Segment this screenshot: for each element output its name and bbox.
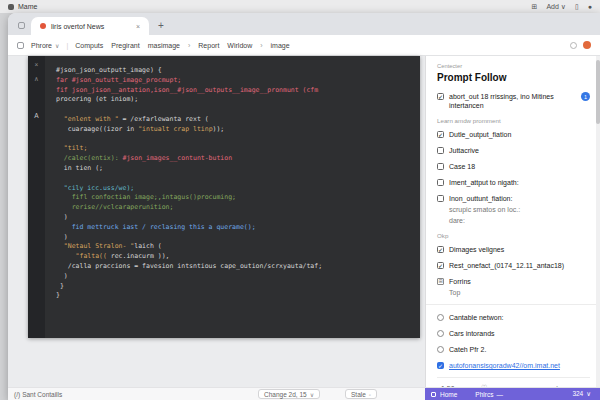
sidebar-radio-item[interactable]: Cateh Pfr 2. bbox=[437, 345, 590, 354]
sidebar-radio-item[interactable]: Cantable netwon: bbox=[437, 313, 590, 322]
letter-a-badge[interactable]: A bbox=[34, 112, 38, 119]
workspace-menu-label: Phrore bbox=[31, 42, 52, 49]
code-line: "Netaul Stralon- "laich ( bbox=[56, 242, 414, 252]
grid-icon[interactable]: ⊞ bbox=[437, 278, 444, 285]
menubar-status-icons: ⊞Add ∨▯● bbox=[532, 3, 593, 11]
panel-toggle-icon[interactable] bbox=[17, 42, 24, 49]
checkbox-icon[interactable]: ✓ bbox=[437, 131, 444, 138]
breadcrumb: ComputsPregirantmasimage›ReportWirldow›i… bbox=[75, 42, 289, 49]
sidebar-option-item[interactable]: ✓Rest_onefact_(0174_12.11_antac18) bbox=[437, 261, 590, 270]
sidebar-option-item[interactable]: Case 18 bbox=[437, 162, 590, 171]
checkbox-icon[interactable]: ✓ bbox=[437, 246, 444, 253]
option-subtext: scrupic smatos on loc.: bbox=[449, 205, 590, 214]
code-token: cuaraage((izor in bbox=[56, 125, 138, 133]
checkbox-icon[interactable] bbox=[437, 147, 444, 154]
chevron-up-icon[interactable]: ∧ bbox=[34, 75, 39, 83]
option-label: Case 18 bbox=[449, 162, 475, 171]
circle-icon[interactable] bbox=[437, 314, 444, 321]
sidebar-option-item[interactable]: Inon_outtunt_fiation: bbox=[437, 194, 590, 203]
code-token: "tilt; bbox=[56, 144, 87, 152]
chevron-down-icon: ∨ bbox=[310, 391, 314, 398]
code-area[interactable]: #json_json_outputt_image) {far #json_out… bbox=[45, 56, 420, 338]
code-token: #json_images__contunt-bution bbox=[123, 154, 233, 162]
apps-grid-icon[interactable]: ⊞ bbox=[532, 3, 538, 11]
tab-favicon bbox=[40, 23, 46, 29]
sidebar-option-item[interactable]: Iment_attput to nigath: bbox=[437, 178, 590, 187]
breadcrumb-item[interactable]: Computs bbox=[75, 42, 103, 49]
add-menu-item[interactable]: Add ∨ bbox=[546, 3, 566, 11]
option-label: Dimages velignes bbox=[449, 245, 504, 254]
scrollbar-thumb[interactable] bbox=[596, 60, 600, 124]
sidebar-option-item[interactable]: ✓abort_out 18 rrissings, ino Mitines int… bbox=[437, 92, 590, 110]
section-label: Okp bbox=[437, 232, 590, 239]
sidebar-item: ✓autofonansisgoradw42//om.imat.net bbox=[437, 361, 590, 370]
breadcrumb-item[interactable]: Pregirant bbox=[111, 42, 139, 49]
code-token: "falta(( bbox=[56, 252, 107, 260]
sidebar-option-item[interactable]: Juttacrive bbox=[437, 146, 590, 155]
status-bar-right: Home Phlrcs — 324 ∨ bbox=[425, 388, 600, 400]
close-tab-icon[interactable]: × bbox=[136, 23, 140, 30]
sidebar-link-item[interactable]: ✓autofonansisgoradw42//om.imat.net bbox=[437, 361, 590, 370]
option-subtext: Top bbox=[449, 288, 590, 297]
option-label: Cateh Pfr 2. bbox=[449, 345, 486, 354]
sidebar-option-item[interactable]: ⊞Forrins bbox=[437, 277, 590, 286]
stale-button[interactable]: Stale ◦ bbox=[345, 389, 377, 399]
section-label: Learn amdw promment bbox=[437, 117, 590, 124]
checkbox-icon[interactable]: ✓ bbox=[437, 262, 444, 269]
battery-icon[interactable]: ▯ bbox=[575, 3, 579, 11]
status-left: (/) Sant Contaills bbox=[14, 391, 62, 398]
code-line: in tien (; bbox=[56, 164, 414, 174]
code-line: fif json_jison__antation,ison__#json__ou… bbox=[56, 86, 414, 96]
code-line: "tilt; bbox=[56, 144, 414, 154]
checkbox-icon[interactable] bbox=[437, 179, 444, 186]
code-line bbox=[56, 174, 414, 184]
sidebar-link[interactable]: autofonansisgoradw42//om.imat.net bbox=[449, 361, 560, 370]
breadcrumb-item[interactable]: Wirldow bbox=[227, 42, 252, 49]
menubar-app-name[interactable]: Mame bbox=[18, 3, 37, 10]
browser-tab[interactable]: liris overtof News × bbox=[31, 17, 149, 35]
os-logo-icon[interactable] bbox=[8, 4, 14, 10]
right-sidebar: Centecter Prompt Follow ✓abort_out 18 rr… bbox=[425, 56, 600, 387]
close-icon[interactable]: × bbox=[35, 61, 39, 68]
change-dropdown[interactable]: Change 2d, 15 ∨ bbox=[258, 389, 320, 399]
code-token: fid mettruck iast / reclasing this a que… bbox=[56, 223, 256, 231]
window-icon[interactable] bbox=[431, 392, 436, 397]
sidebar-option-item[interactable]: ✓Dutle_output_fiation bbox=[437, 130, 590, 139]
code-line: cuaraage((izor in "intualt crap ltinp)); bbox=[56, 125, 414, 135]
code-line: far #json_oututt_image_procmupt; bbox=[56, 76, 414, 86]
main-panel: ×∧A #json_json_outputt_image) {far #json… bbox=[8, 56, 425, 387]
status-mid: Phlrcs — bbox=[475, 391, 503, 398]
tab-strip-menu-icon[interactable] bbox=[18, 22, 25, 29]
new-tab-button[interactable]: + bbox=[158, 21, 164, 31]
status-dot-icon[interactable]: ● bbox=[588, 3, 592, 10]
code-token: fif json_jison__antation,ison__#json__ou… bbox=[56, 86, 318, 94]
status-count[interactable]: 324 ∨ bbox=[572, 390, 591, 398]
breadcrumb-item[interactable]: masimage bbox=[148, 42, 180, 49]
vertical-scrollbar[interactable] bbox=[596, 56, 600, 387]
toolbar-divider: | bbox=[66, 42, 68, 49]
sidebar-radio-item[interactable]: Cars intorands bbox=[437, 329, 590, 338]
checkbox-icon[interactable] bbox=[437, 195, 444, 202]
status-bar: (/) Sant Contaills Change 2d, 15 ∨ Stale… bbox=[8, 387, 600, 400]
tab-title: liris overtof News bbox=[51, 23, 104, 30]
home-label[interactable]: Home bbox=[440, 391, 457, 398]
code-editor[interactable]: ×∧A #json_json_outputt_image) {far #json… bbox=[28, 56, 420, 338]
code-token: laich ( bbox=[134, 242, 161, 250]
browser-window: liris overtof News × + Phrore ∨ | Comput… bbox=[8, 13, 600, 400]
breadcrumb-item[interactable]: Report bbox=[198, 42, 219, 49]
code-token: ) bbox=[56, 233, 68, 241]
account-status-icon[interactable] bbox=[570, 42, 577, 49]
phlrcs-label[interactable]: Phlrcs bbox=[475, 391, 493, 398]
count-badge: 1 bbox=[581, 92, 590, 101]
checkbox-icon[interactable] bbox=[437, 163, 444, 170]
breadcrumb-item[interactable]: image bbox=[271, 42, 290, 49]
status-left-label: Sant Contaills bbox=[22, 391, 62, 398]
desktop-menubar: Mame ⊞Add ∨▯● bbox=[0, 0, 600, 13]
workspace-menu[interactable]: Phrore ∨ bbox=[31, 42, 59, 49]
sidebar-option-item[interactable]: ✓Dimages velignes bbox=[437, 245, 590, 254]
checkbox-icon[interactable]: ✓ bbox=[437, 362, 444, 369]
circle-icon[interactable] bbox=[437, 346, 444, 353]
avatar[interactable] bbox=[583, 41, 591, 49]
checkbox-icon[interactable]: ✓ bbox=[437, 93, 444, 100]
circle-icon[interactable] bbox=[437, 330, 444, 337]
